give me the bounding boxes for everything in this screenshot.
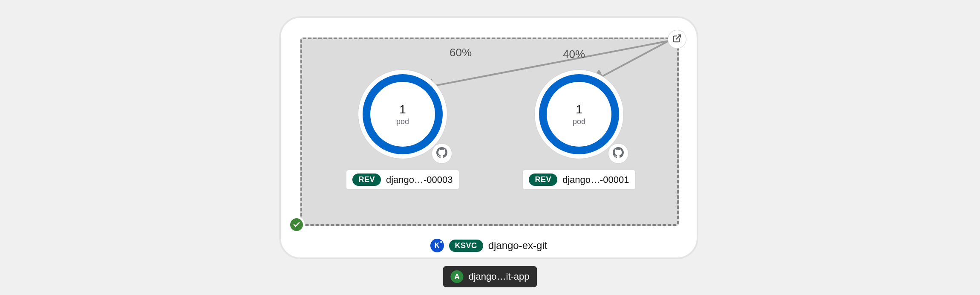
- check-circle-icon: [290, 218, 303, 231]
- pod-label: pod: [573, 117, 585, 126]
- pod-count: 1: [399, 103, 406, 116]
- service-label-row[interactable]: Kn KSVC django-ex-git: [281, 239, 697, 252]
- open-url-button[interactable]: [668, 30, 686, 49]
- revision-kind-badge: REV: [529, 174, 557, 186]
- topology-stage: 60% 40% 1 pod: [0, 0, 980, 295]
- service-name: django-ex-git: [488, 240, 548, 252]
- revision-kind-badge: REV: [352, 174, 381, 186]
- service-kind-badge: KSVC: [449, 240, 483, 252]
- traffic-percent-right: 40%: [563, 48, 585, 61]
- application-pill[interactable]: A django…it-app: [443, 266, 537, 287]
- revision-label-row[interactable]: REV django…-00001: [522, 170, 635, 190]
- knative-icon: Kn: [430, 239, 444, 252]
- github-icon: [436, 147, 447, 160]
- source-button[interactable]: [432, 143, 452, 164]
- pod-ring[interactable]: 1 pod: [358, 70, 447, 159]
- application-name: django…it-app: [468, 271, 529, 282]
- traffic-percent-left: 60%: [450, 46, 472, 59]
- pod-ring[interactable]: 1 pod: [535, 70, 623, 159]
- revision-node[interactable]: 1 pod REV django…-00001: [515, 70, 643, 190]
- service-panel[interactable]: 60% 40% 1 pod: [279, 16, 698, 259]
- revision-name: django…-00001: [562, 174, 629, 185]
- revision-label-row[interactable]: REV django…-00003: [346, 170, 459, 190]
- status-indicator: [288, 217, 305, 233]
- pod-label: pod: [396, 117, 409, 126]
- github-icon: [613, 147, 624, 160]
- svg-line-2: [676, 35, 680, 39]
- pod-count: 1: [576, 103, 582, 116]
- external-link-icon: [672, 34, 682, 45]
- revision-node[interactable]: 1 pod REV django…-00003: [339, 70, 467, 190]
- revision-name: django…-00003: [386, 174, 453, 185]
- application-letter-icon: A: [450, 270, 463, 283]
- source-button[interactable]: [608, 143, 628, 164]
- revisions-group: 60% 40% 1 pod: [300, 38, 679, 226]
